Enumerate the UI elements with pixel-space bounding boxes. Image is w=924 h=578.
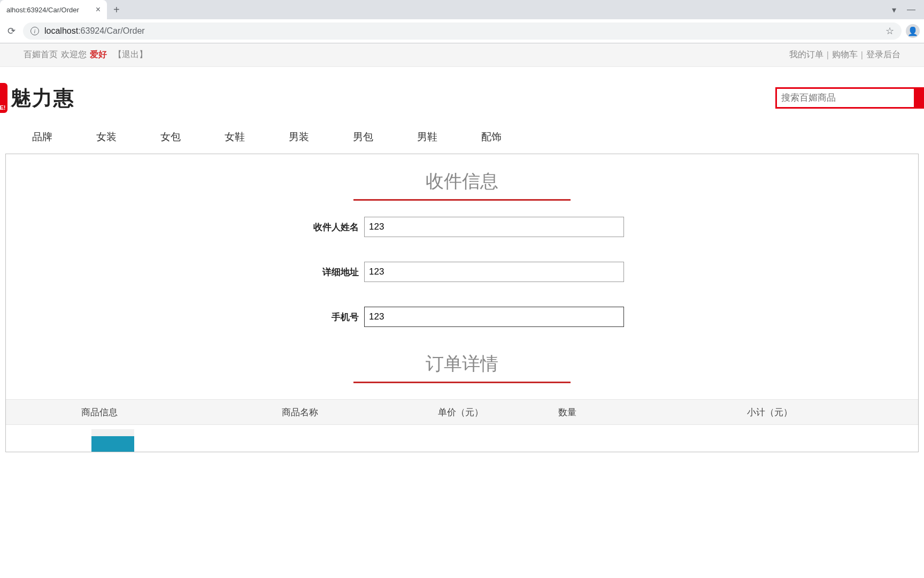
tab-bar: alhost:63924/Car/Order × + ▾ —: [0, 0, 924, 19]
minimize-icon[interactable]: —: [907, 5, 915, 14]
site-header: E! 魅力惠: [0, 67, 924, 124]
top-utility-bar: 百媚首页 欢迎您 爱好 【退出】 我的订单 | 购物车 | 登录后台: [0, 43, 924, 67]
home-link[interactable]: 百媚首页: [24, 49, 58, 60]
recipient-name-label: 收件人姓名: [300, 221, 359, 233]
col-product-name: 商品名称: [193, 406, 407, 419]
form-row-name: 收件人姓名: [6, 217, 918, 237]
product-thumbnail: [91, 429, 134, 452]
main-nav: 品牌 女装 女包 女鞋 男装 男包 男鞋 配饰: [0, 124, 924, 154]
recipient-info-title: 收件信息: [6, 169, 918, 199]
address-label: 详细地址: [300, 266, 359, 278]
username: 爱好: [90, 49, 107, 60]
cart-link[interactable]: 购物车: [832, 49, 858, 60]
url-text: localhost:63924/Car/Order: [44, 26, 145, 36]
nav-item-men-clothes[interactable]: 男装: [289, 130, 309, 144]
nav-item-accessories[interactable]: 配饰: [481, 130, 502, 144]
product-row: [6, 425, 918, 452]
window-controls: ▾ —: [892, 5, 924, 15]
site-logo[interactable]: E! 魅力惠: [0, 83, 75, 113]
search-input[interactable]: [777, 89, 914, 107]
chevron-down-icon[interactable]: ▾: [892, 5, 896, 15]
nav-item-women-clothes[interactable]: 女装: [96, 130, 117, 144]
logo-text: 魅力惠: [11, 85, 75, 112]
logout-link[interactable]: 【退出】: [113, 49, 148, 60]
new-tab-button[interactable]: +: [113, 4, 120, 16]
tab-title: alhost:63924/Car/Order: [6, 6, 91, 14]
my-orders-link[interactable]: 我的订单: [789, 49, 823, 60]
address-bar[interactable]: i localhost:63924/Car/Order ☆: [23, 22, 902, 40]
nav-item-brand[interactable]: 品牌: [32, 130, 52, 144]
phone-label: 手机号: [300, 311, 359, 323]
col-quantity: 数量: [514, 406, 621, 419]
col-unit-price: 单价（元）: [407, 406, 514, 419]
nav-item-men-bags[interactable]: 男包: [353, 130, 373, 144]
col-product-info: 商品信息: [6, 406, 193, 419]
nav-item-women-bags[interactable]: 女包: [160, 130, 181, 144]
nav-item-men-shoes[interactable]: 男鞋: [417, 130, 437, 144]
title-underline: [353, 199, 571, 201]
order-content: 收件信息 收件人姓名 详细地址 手机号 订单详情 商品信息 商品名称 单价（元）…: [5, 154, 919, 452]
profile-icon[interactable]: 👤: [906, 24, 920, 38]
reload-icon[interactable]: ⟳: [4, 22, 19, 40]
close-icon[interactable]: ×: [96, 5, 101, 14]
title-underline-2: [353, 382, 571, 383]
browser-tab[interactable]: alhost:63924/Car/Order ×: [0, 0, 107, 19]
browser-chrome: alhost:63924/Car/Order × + ▾ — ⟳ i local…: [0, 0, 924, 43]
order-table-header: 商品信息 商品名称 单价（元） 数量 小计（元）: [6, 399, 918, 425]
search-button[interactable]: [914, 89, 922, 107]
address-input[interactable]: [364, 262, 624, 282]
admin-login-link[interactable]: 登录后台: [866, 49, 900, 60]
info-icon[interactable]: i: [30, 27, 39, 35]
address-bar-row: ⟳ i localhost:63924/Car/Order ☆ 👤: [0, 19, 924, 43]
recipient-name-input[interactable]: [364, 217, 624, 237]
logo-badge-icon: E!: [0, 83, 7, 113]
phone-input[interactable]: [364, 307, 624, 327]
nav-item-women-shoes[interactable]: 女鞋: [225, 130, 245, 144]
search-box: [775, 87, 924, 109]
order-details-title: 订单详情: [6, 352, 918, 382]
welcome-text: 欢迎您: [61, 49, 87, 60]
col-subtotal: 小计（元）: [621, 406, 918, 419]
form-row-phone: 手机号: [6, 307, 918, 327]
form-row-address: 详细地址: [6, 262, 918, 282]
bookmark-star-icon[interactable]: ☆: [886, 25, 894, 37]
